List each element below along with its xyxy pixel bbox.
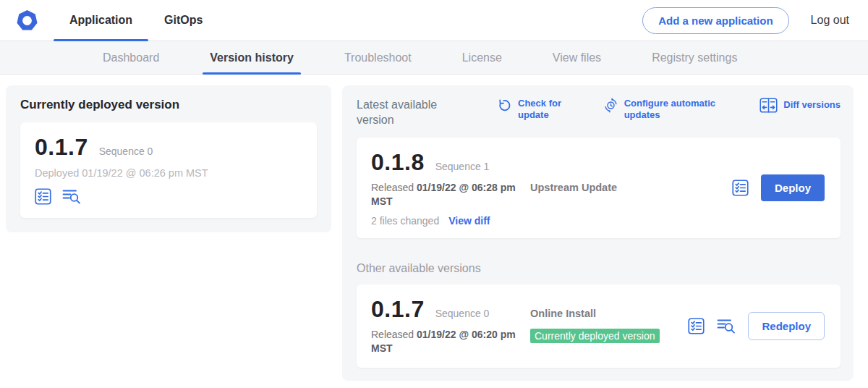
latest-version-card: 0.1.8 Sequence 1 Released 01/19/22 @ 06:… — [357, 138, 841, 238]
topbar-right: Add a new application Log out — [642, 0, 868, 41]
refresh-icon — [497, 98, 512, 122]
available-panel-header: Latest available version Check for updat… — [357, 98, 841, 128]
app-logo[interactable] — [0, 0, 54, 41]
deployed-version-card: 0.1.7 Sequence 0 Deployed 01/19/22 @ 06:… — [20, 122, 317, 218]
release-notes-checklist-icon[interactable] — [688, 318, 705, 334]
tab-application-label: Application — [69, 14, 132, 27]
other-sequence-label: Sequence 0 — [435, 308, 490, 319]
app-subnav: Dashboard Version history Troubleshoot L… — [0, 41, 868, 75]
subnav-item-view-files[interactable]: View files — [553, 41, 601, 74]
top-tabs: Application GitOps — [54, 0, 218, 41]
latest-sequence-label: Sequence 1 — [435, 161, 490, 172]
diff-versions-button[interactable]: Diff versions — [760, 98, 841, 113]
subnav-item-license[interactable]: License — [462, 41, 502, 74]
other-source-label: Online Install — [530, 308, 688, 319]
release-notes-checklist-icon[interactable] — [35, 188, 51, 205]
logout-button[interactable]: Log out — [811, 14, 849, 27]
currently-deployed-panel: Currently deployed version 0.1.7 Sequenc… — [6, 85, 331, 232]
deployed-panel-title: Currently deployed version — [20, 98, 317, 112]
configure-automatic-updates-button[interactable]: Configure automatic updates — [603, 98, 723, 122]
files-changed-label: 2 files changed — [371, 215, 439, 227]
top-navbar: Application GitOps Add a new application… — [0, 0, 868, 41]
check-for-update-label: Check for update — [518, 98, 566, 122]
view-files-search-icon[interactable] — [717, 318, 736, 334]
latest-available-title: Latest available version — [357, 98, 465, 128]
tab-gitops-label: GitOps — [164, 14, 203, 27]
configure-automatic-updates-label: Configure automatic updates — [624, 98, 723, 122]
deployed-timestamp: Deployed 01/19/22 @ 06:26 pm MST — [35, 167, 302, 179]
redeploy-button[interactable]: Redeploy — [748, 312, 825, 340]
add-application-button[interactable]: Add a new application — [642, 7, 788, 34]
latest-version-actions: Deploy — [732, 174, 826, 201]
subnav-item-troubleshoot[interactable]: Troubleshoot — [344, 41, 412, 74]
subnav-item-dashboard[interactable]: Dashboard — [103, 41, 159, 74]
released-label: Released — [371, 182, 414, 193]
other-version-actions: Redeploy — [688, 312, 826, 340]
latest-version-number: 0.1.8 — [371, 149, 425, 176]
diff-versions-label: Diff versions — [783, 99, 841, 111]
latest-released-timestamp: Released 01/19/22 @ 06:28 pm MST — [371, 181, 517, 209]
available-versions-panel: Latest available version Check for updat… — [342, 85, 854, 381]
status-badge-wrap: Currently deployed version — [530, 326, 660, 345]
other-version-source: Online Install Currently deployed versio… — [517, 308, 688, 345]
release-notes-checklist-icon[interactable] — [732, 180, 749, 196]
released-label: Released — [371, 329, 414, 340]
deploy-button[interactable]: Deploy — [761, 174, 825, 201]
app-logo-heptagon-icon — [15, 9, 39, 33]
deployed-sequence-label: Sequence 0 — [99, 146, 153, 157]
clock-refresh-icon — [603, 98, 618, 122]
diff-table-icon — [760, 98, 778, 113]
tab-application[interactable]: Application — [54, 0, 148, 41]
latest-files-changed-row: 2 files changed View diff — [371, 215, 517, 227]
view-diff-link[interactable]: View diff — [448, 215, 490, 227]
main-content: Currently deployed version 0.1.7 Sequenc… — [0, 75, 868, 381]
other-version-number: 0.1.7 — [371, 296, 425, 323]
subnav-item-registry-settings[interactable]: Registry settings — [652, 41, 737, 74]
other-released-timestamp: Released 01/19/22 @ 06:20 pm MST — [371, 328, 517, 356]
deployed-version-row: 0.1.7 Sequence 0 — [35, 134, 302, 161]
other-version-info: 0.1.7 Sequence 0 Released 01/19/22 @ 06:… — [371, 296, 517, 356]
other-versions-title: Other available versions — [357, 262, 841, 275]
currently-deployed-badge: Currently deployed version — [530, 329, 660, 343]
subnav-item-version-history[interactable]: Version history — [210, 41, 294, 74]
check-for-update-button[interactable]: Check for update — [497, 98, 566, 122]
tab-gitops[interactable]: GitOps — [148, 0, 218, 41]
latest-source-label: Upstream Update — [530, 182, 617, 193]
other-version-card: 0.1.7 Sequence 0 Released 01/19/22 @ 06:… — [357, 284, 841, 368]
latest-version-info: 0.1.8 Sequence 1 Released 01/19/22 @ 06:… — [371, 149, 517, 227]
deployed-card-actions — [35, 188, 302, 205]
update-actions: Check for update Configure automat — [465, 98, 841, 122]
deployed-version-number: 0.1.7 — [35, 134, 88, 161]
latest-version-source: Upstream Update — [517, 181, 732, 194]
view-files-search-icon[interactable] — [62, 188, 81, 205]
